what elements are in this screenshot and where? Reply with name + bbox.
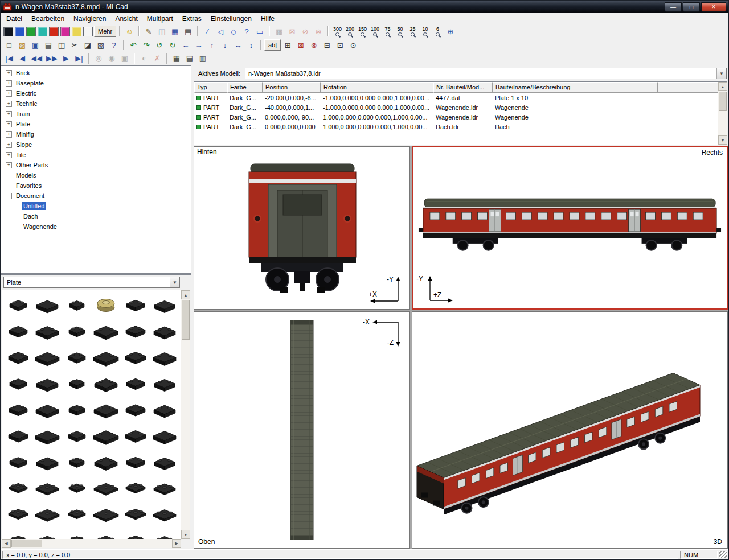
maximize-button[interactable]: □ xyxy=(683,2,700,12)
column-header-bauteilname-beschreibung[interactable]: Bauteilname/Beschreibung xyxy=(493,82,658,93)
palette-part-thumbnail[interactable] xyxy=(62,370,92,397)
palette-part-thumbnail[interactable] xyxy=(150,318,180,344)
palette-part-thumbnail[interactable] xyxy=(3,318,33,344)
palette-part-thumbnail[interactable] xyxy=(121,449,150,475)
palette-part-thumbnail[interactable] xyxy=(3,423,33,449)
tree-item-electric[interactable]: +Electric xyxy=(1,88,191,98)
column-header-farbe[interactable]: Farbe xyxy=(227,82,263,93)
menu-item-bearbeiten[interactable]: Bearbeiten xyxy=(27,13,69,24)
background-color-icon[interactable]: ⊙ xyxy=(347,39,359,51)
fast-forward-icon[interactable]: ▶▶ xyxy=(44,52,59,65)
step-marker-icon[interactable]: ⊟ xyxy=(321,39,333,51)
zoom-25-button[interactable]: 25 xyxy=(407,25,419,38)
palette-part-thumbnail[interactable] xyxy=(3,528,33,539)
enter-position-button[interactable]: ab| xyxy=(264,39,281,51)
viewport-oben[interactable]: Oben xyxy=(194,311,410,549)
palette-part-thumbnail[interactable] xyxy=(62,528,92,539)
palette-part-thumbnail[interactable] xyxy=(150,344,180,370)
menu-item-navigieren[interactable]: Navigieren xyxy=(69,13,110,24)
palette-part-thumbnail[interactable] xyxy=(121,318,150,344)
viewport-rechts[interactable]: Rechts xyxy=(412,146,728,310)
copy-icon[interactable]: ◪ xyxy=(81,39,94,51)
table-row[interactable]: PARTDark_G...0.000,0.000,-90...1.000,0.0… xyxy=(194,112,727,122)
rechts-canvas[interactable] xyxy=(413,147,727,308)
parts-tree-view-icon[interactable]: ▦ xyxy=(169,25,181,38)
palette-part-thumbnail[interactable] xyxy=(62,292,92,318)
tree-item-dach[interactable]: Dach xyxy=(1,211,191,221)
palette-part-thumbnail[interactable] xyxy=(121,344,150,370)
palette-part-thumbnail[interactable] xyxy=(62,344,92,370)
zoom-50-button[interactable]: 50 xyxy=(394,25,406,38)
palette-part-thumbnail[interactable] xyxy=(33,528,63,539)
palette-part-thumbnail[interactable] xyxy=(3,449,33,475)
palette-part-thumbnail[interactable] xyxy=(33,292,63,318)
tree-expand-icon[interactable]: + xyxy=(6,70,12,76)
move-up-icon[interactable]: ↑ xyxy=(206,39,218,51)
step-forward-icon[interactable]: ▶ xyxy=(60,52,72,65)
zoom-200-button[interactable]: 200 xyxy=(344,25,356,38)
scroll-down-icon[interactable]: ▼ xyxy=(718,135,727,145)
tree-item-models[interactable]: Models xyxy=(1,170,191,180)
snap-off-icon[interactable]: ⊠ xyxy=(294,39,307,51)
palette-part-thumbnail[interactable] xyxy=(33,370,63,397)
table-row[interactable]: PARTDark_G...-40.000,0.000,1...-1.000,0.… xyxy=(194,102,727,112)
table-row[interactable]: PARTDark_G...0.000,0.000,0.0001.000,0.00… xyxy=(194,122,727,131)
palette-horizontal-scrollbar[interactable]: ◀ ▶ xyxy=(2,539,181,548)
color-swatch-blue[interactable] xyxy=(15,27,24,36)
grid-fine-icon[interactable]: ▥ xyxy=(196,52,209,65)
scroll-up-icon[interactable]: ▲ xyxy=(718,82,727,91)
palette-part-thumbnail[interactable] xyxy=(3,344,33,370)
context-help-icon[interactable]: ? xyxy=(108,39,120,51)
tree-item-minifig[interactable]: +Minifig xyxy=(1,129,191,139)
resize-grip[interactable] xyxy=(719,551,727,558)
viewport-3d[interactable]: 3D xyxy=(412,311,728,549)
tree-item-technic[interactable]: +Technic xyxy=(1,98,191,109)
color-swatch-magenta[interactable] xyxy=(60,27,70,36)
palette-part-thumbnail[interactable] xyxy=(62,475,92,501)
palette-part-thumbnail[interactable] xyxy=(92,292,121,318)
zoom-75-button[interactable]: 75 xyxy=(382,25,394,38)
tree-expand-icon[interactable]: + xyxy=(6,90,12,97)
palette-part-thumbnail[interactable] xyxy=(92,528,121,539)
go-first-step-icon[interactable]: |◀ xyxy=(3,52,15,65)
color-swatch-red[interactable] xyxy=(49,27,59,36)
palette-part-thumbnail[interactable] xyxy=(121,501,150,528)
palette-part-thumbnail[interactable] xyxy=(3,475,33,501)
palette-part-thumbnail[interactable] xyxy=(62,501,92,528)
palette-category-combobox[interactable]: Plate ▼ xyxy=(3,277,180,288)
scrollbar-thumb[interactable] xyxy=(719,92,727,111)
cut-icon[interactable]: ✂ xyxy=(68,39,81,51)
close-button[interactable]: × xyxy=(701,2,726,12)
zoom-150-button[interactable]: 150 xyxy=(357,25,368,38)
move-down-icon[interactable]: ↓ xyxy=(219,39,231,51)
palette-part-thumbnail[interactable] xyxy=(3,397,33,423)
tree-item-train[interactable]: +Train xyxy=(1,109,191,119)
tree-item-baseplate[interactable]: +Baseplate xyxy=(1,78,191,88)
step-back-icon[interactable]: ◀ xyxy=(16,52,28,65)
rotate-x-pos-icon[interactable]: ↷ xyxy=(140,39,153,51)
scrollbar-thumb[interactable] xyxy=(11,540,42,547)
hide-part-icon[interactable]: ⊘ xyxy=(299,25,312,38)
palette-part-thumbnail[interactable] xyxy=(92,449,121,475)
tree-expand-icon[interactable]: + xyxy=(6,162,12,168)
palette-part-thumbnail[interactable] xyxy=(33,501,63,528)
condline-tool-icon[interactable]: ? xyxy=(240,25,253,38)
tree-item-brick[interactable]: +Brick xyxy=(1,68,191,78)
scroll-left-icon[interactable]: ◀ xyxy=(2,539,11,548)
palette-part-thumbnail[interactable] xyxy=(121,475,150,501)
modify-part-icon[interactable]: ▣ xyxy=(118,52,131,65)
grid-medium-icon[interactable]: ▤ xyxy=(183,52,196,65)
palette-part-thumbnail[interactable] xyxy=(3,501,33,528)
palette-part-thumbnail[interactable] xyxy=(62,449,92,475)
palette-part-thumbnail[interactable] xyxy=(92,318,121,344)
palette-vertical-scrollbar[interactable]: ▲ ▼ xyxy=(181,290,190,539)
new-file-icon[interactable]: □ xyxy=(3,39,15,51)
menu-item-einstellungen[interactable]: Einstellungen xyxy=(206,13,256,24)
tree-expand-icon[interactable]: + xyxy=(6,152,12,158)
palette-part-thumbnail[interactable] xyxy=(121,423,150,449)
grid-coarse-icon[interactable]: ▦ xyxy=(170,52,183,65)
buffer-exchange-icon[interactable]: ⊡ xyxy=(334,39,346,51)
titlebar[interactable]: n-Wagen Maßstab37,8.mpd - MLCad —□× xyxy=(1,1,728,13)
palette-part-thumbnail[interactable] xyxy=(150,449,180,475)
palette-part-thumbnail[interactable] xyxy=(121,370,150,397)
